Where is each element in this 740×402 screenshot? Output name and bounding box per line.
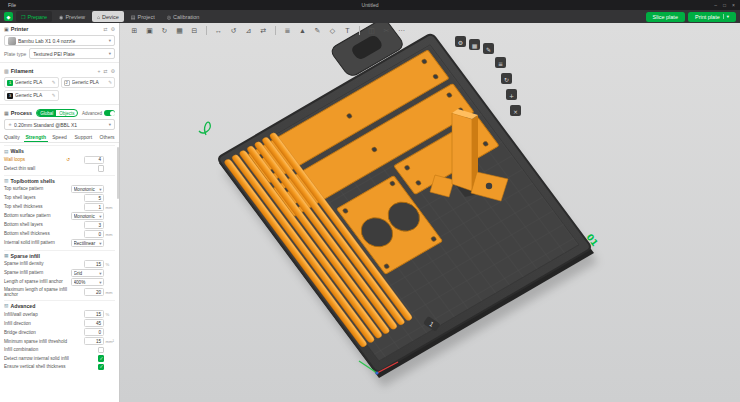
main-tabbar: ◆ ❐Prepare◉Preview⌂Device▤Project◎Calibr… — [0, 10, 740, 23]
filament-chip[interactable]: 2Generic PLA✎ — [61, 77, 116, 88]
param-select[interactable]: Rectilinear▾ — [71, 239, 104, 247]
standing-part[interactable] — [452, 109, 478, 191]
svg-text:×: × — [513, 108, 518, 115]
param-input[interactable]: 20 — [84, 288, 104, 296]
plate-settings-icon[interactable]: ⚙ — [455, 36, 466, 47]
param-label: Wall loops — [4, 157, 66, 162]
reset-icon[interactable]: ↺ — [66, 157, 70, 162]
param-input[interactable]: 0 — [84, 328, 104, 336]
chevron-down-icon: ▾ — [99, 280, 101, 285]
split-to-objects-icon[interactable]: ⊟ — [188, 25, 201, 37]
print-plate-button[interactable]: Print plate▾ — [688, 12, 736, 22]
build-plate[interactable] — [195, 23, 592, 373]
edit-filament-icon[interactable]: ✎ — [108, 80, 112, 85]
param-row: Bottom shell thickness0mm — [4, 230, 115, 239]
rotate-icon[interactable]: ↺ — [227, 25, 240, 37]
param-input[interactable]: 15 — [84, 310, 104, 318]
tab-device[interactable]: ⌂Device — [92, 11, 124, 22]
param-checkbox[interactable] — [98, 364, 105, 371]
assembly-view-icon[interactable]: ◫ — [365, 25, 378, 37]
mirror-icon[interactable]: ⇄ — [257, 25, 270, 37]
tab-project[interactable]: ▤Project — [126, 11, 160, 22]
param-input[interactable]: 0 — [84, 230, 104, 238]
param-value-area: Grid▾ — [71, 269, 104, 277]
plate-clone-icon[interactable]: + — [506, 89, 517, 100]
process-tab-others[interactable]: Others — [95, 132, 119, 142]
filament-chip[interactable]: 3Generic PLA✎ — [4, 90, 59, 101]
text-tool-icon[interactable]: T — [341, 25, 354, 37]
edit-filament-icon[interactable]: ✎ — [52, 80, 56, 85]
maximize-button[interactable]: □ — [723, 2, 726, 8]
add-filament-icon[interactable]: + — [97, 68, 100, 74]
param-input[interactable]: 1 — [84, 203, 104, 211]
process-scope-global[interactable]: Global — [37, 110, 56, 116]
process-preset-select[interactable]: ★ 0.20mm Standard @BBL X1 ▾ — [4, 119, 115, 130]
tab-calibration[interactable]: ◎Calibration — [162, 11, 205, 22]
minimize-button[interactable]: – — [714, 2, 717, 8]
seam-painting-icon[interactable]: ◇ — [326, 25, 339, 37]
process-tab-speed[interactable]: Speed — [48, 132, 72, 142]
param-input[interactable]: 15 — [84, 337, 104, 345]
filament-chip[interactable]: 1Generic PLA✎ — [4, 77, 59, 88]
param-value-area: 0 — [71, 328, 104, 336]
plate-label-icon[interactable]: ≡ — [495, 57, 506, 68]
sparse-infill-icon: ▦ — [4, 253, 9, 258]
tab-prepare[interactable]: ❐Prepare — [16, 11, 52, 22]
plate-name-icon[interactable]: ✎ — [483, 43, 494, 54]
more-tools-icon[interactable]: ⋯ — [395, 25, 408, 37]
param-select[interactable]: 400%▾ — [71, 278, 104, 286]
param-group-header: ▧Advanced — [4, 300, 115, 309]
close-button[interactable]: × — [732, 2, 735, 8]
param-checkbox[interactable] — [98, 355, 105, 362]
svg-text:≡: ≡ — [498, 60, 503, 67]
chevron-down-icon: ▾ — [99, 214, 101, 219]
plate-delete-icon[interactable]: × — [510, 105, 521, 116]
add-plate-icon[interactable]: ▣ — [143, 25, 156, 37]
printer-connection-icon[interactable]: ⇄ — [103, 26, 107, 32]
support-painting-icon[interactable]: ▲ — [296, 25, 309, 37]
param-input[interactable]: 4 — [84, 156, 104, 164]
scale-icon[interactable]: ⊿ — [242, 25, 255, 37]
param-checkbox[interactable] — [98, 165, 105, 172]
shells-icon: ▥ — [4, 178, 9, 183]
arrange-icon[interactable]: ▦ — [173, 25, 186, 37]
printer-select[interactable]: Bambu Lab X1 0.4 nozzle ▾ — [4, 35, 115, 46]
process-tab-strength[interactable]: Strength — [24, 132, 48, 142]
viewport-3d[interactable]: ⚙ ▦ ✎ ≡ ↻ + × 01 1 ⊞▣↻▦⊟↔↺ — [120, 23, 740, 402]
param-input[interactable]: 5 — [84, 194, 104, 202]
add-model-icon[interactable]: ⊞ — [128, 25, 141, 37]
sidebar-scrollbar[interactable] — [117, 147, 120, 199]
variable-layer-height-icon[interactable]: ≣ — [281, 25, 294, 37]
process-scope-objects[interactable]: Objects — [56, 110, 77, 116]
filament-settings-icon[interactable]: ⚙ — [111, 68, 115, 74]
plate-type-select[interactable]: Textured PEI Plate ▾ — [29, 48, 115, 59]
param-row: Bridge direction0 — [4, 328, 115, 337]
advanced-toggle[interactable] — [104, 110, 115, 116]
plate-arrange-icon[interactable]: ▦ — [469, 39, 480, 50]
auto-orient-icon[interactable]: ↻ — [158, 25, 171, 37]
param-select[interactable]: Monotonic▾ — [71, 212, 104, 220]
param-select[interactable]: Monotonic▾ — [71, 185, 104, 193]
param-select[interactable]: Grid▾ — [71, 269, 104, 277]
plate-orient-icon[interactable]: ↻ — [501, 73, 512, 84]
printer-settings-icon[interactable]: ⚙ — [111, 26, 115, 32]
file-menu[interactable]: File — [5, 2, 19, 8]
edit-filament-icon[interactable]: ✎ — [52, 93, 56, 98]
tab-preview[interactable]: ◉Preview — [54, 11, 90, 22]
move-icon[interactable]: ↔ — [212, 25, 225, 37]
param-row: Bottom surface patternMonotonic▾ — [4, 212, 115, 221]
param-input[interactable]: 45 — [84, 319, 104, 327]
param-checkbox[interactable] — [98, 347, 105, 354]
param-groups: ▤WallsWall loops↺4Detect thin wall▥Top/b… — [0, 143, 119, 402]
param-input[interactable]: 3 — [84, 221, 104, 229]
bambu-logo-icon[interactable]: ◆ — [4, 12, 13, 21]
process-tab-support[interactable]: Support — [71, 132, 95, 142]
process-section-header: ▦ Process GlobalObjects Advanced — [0, 107, 119, 118]
slice-plate-button[interactable]: Slice plate — [646, 12, 685, 22]
flushing-volumes-icon[interactable]: ⇄ — [103, 68, 107, 74]
process-tab-quality[interactable]: Quality — [0, 132, 24, 142]
color-painting-icon[interactable]: ✎ — [311, 25, 324, 37]
param-input[interactable]: 15 — [84, 260, 104, 268]
param-unit: % — [104, 312, 115, 317]
cut-icon[interactable]: ✂ — [380, 25, 393, 37]
